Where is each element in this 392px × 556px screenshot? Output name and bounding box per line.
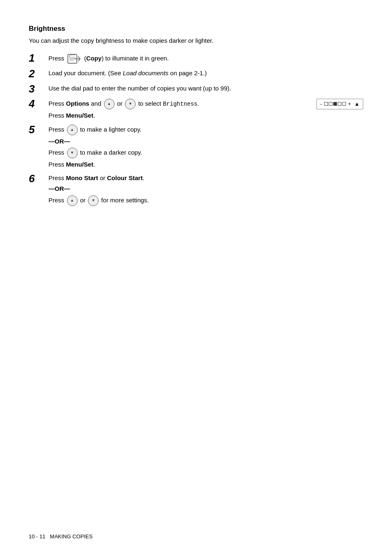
step-5: 5 Press to make a lighter copy. —OR— Pre…	[29, 125, 363, 169]
step-5-sub1: Press to make a darker copy.	[48, 148, 363, 158]
step-1: 1 Press	[29, 53, 363, 65]
bi-minus: -	[320, 100, 322, 108]
options-label: Options	[66, 100, 90, 107]
step-3-content: Use the dial pad to enter the number of …	[48, 84, 363, 93]
down-button-icon-5	[67, 148, 78, 158]
bi-box-5	[342, 102, 346, 106]
or-block-6: —OR—	[48, 184, 363, 194]
up-button-icon-6	[67, 195, 78, 206]
intro-text: You can adjust the copy brightness to ma…	[29, 37, 363, 44]
up-button-icon	[104, 99, 115, 109]
bi-plus: +	[348, 100, 351, 108]
mono-start-label: Mono Start	[66, 174, 98, 181]
step-3: 3 Use the dial pad to enter the number o…	[29, 84, 363, 95]
menu-set-label-5: Menu/Set	[66, 161, 94, 168]
step-4-text: Press Options and or to select Brightnes…	[48, 99, 316, 109]
brightness-code: Brightness	[163, 101, 197, 107]
step-4: 4 Press Options and or to select Brightn…	[29, 99, 363, 120]
step-2-content: Load your document. (See Load documents …	[48, 69, 363, 78]
down-button-icon-6	[88, 195, 99, 206]
step-1-number: 1	[29, 52, 48, 64]
step-3-number: 3	[29, 83, 48, 95]
colour-start-label: Colour Start	[107, 174, 143, 181]
menu-set-label-4: Menu/Set	[66, 112, 94, 119]
or-block-5: —OR—	[48, 137, 363, 146]
bi-box-4	[338, 102, 341, 106]
step-4-row: Press Options and or to select Brightnes…	[48, 99, 363, 109]
step-2-number: 2	[29, 68, 48, 80]
step-4-content: Press Options and or to select Brightnes…	[48, 99, 363, 120]
bi-box-2	[329, 102, 332, 106]
step-1-content: Press (Copy) to illum	[48, 53, 363, 65]
copy-button-icon	[67, 53, 82, 65]
step-6-sub: Press or for more settings.	[48, 195, 363, 206]
step-4-sub: Press Menu/Set.	[48, 111, 363, 120]
footer-page: 10 - 11	[29, 533, 45, 540]
brightness-indicator: - + ▲	[316, 99, 363, 109]
bi-arrow: ▲	[354, 100, 360, 108]
page: Brightness You can adjust the copy brigh…	[0, 0, 392, 556]
step-4-number: 4	[29, 98, 48, 110]
page-title: Brightness	[29, 25, 363, 33]
step-5-number: 5	[29, 124, 48, 136]
bi-box-1	[324, 102, 328, 106]
bi-box-3-filled	[333, 102, 337, 106]
step-6-number: 6	[29, 173, 48, 185]
step-2: 2 Load your document. (See Load document…	[29, 69, 363, 80]
steps-list: 1 Press	[29, 53, 363, 206]
step-5-sub2: Press Menu/Set.	[48, 160, 363, 169]
copy-label: Copy	[86, 55, 102, 62]
footer-section: MAKING COPIES	[50, 533, 92, 540]
step-6-content: Press Mono Start or Colour Start. —OR— P…	[48, 174, 363, 206]
footer: 10 - 11 MAKING COPIES	[29, 533, 92, 540]
step-6: 6 Press Mono Start or Colour Start. —OR—…	[29, 174, 363, 206]
load-docs-link: Load documents	[123, 70, 168, 76]
down-button-icon	[125, 99, 136, 109]
bi-boxes	[324, 102, 346, 106]
up-button-icon-5	[67, 125, 78, 135]
step-5-content: Press to make a lighter copy. —OR— Press…	[48, 125, 363, 169]
